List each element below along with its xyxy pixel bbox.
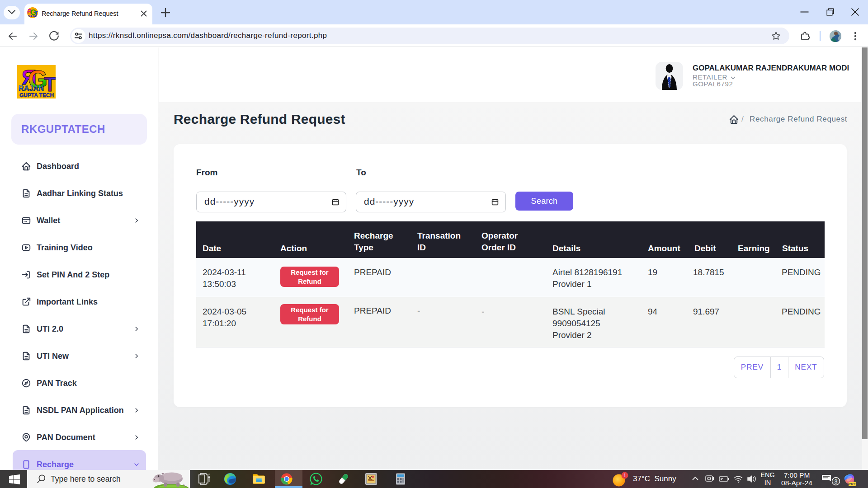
svg-text:RAJAN: RAJAN: [28, 14, 38, 18]
svg-text:PRE: PRE: [849, 482, 856, 486]
svg-text:1: 1: [623, 473, 626, 478]
svg-text:3: 3: [835, 479, 838, 485]
svg-text:GUPTA TECH: GUPTA TECH: [19, 92, 54, 99]
